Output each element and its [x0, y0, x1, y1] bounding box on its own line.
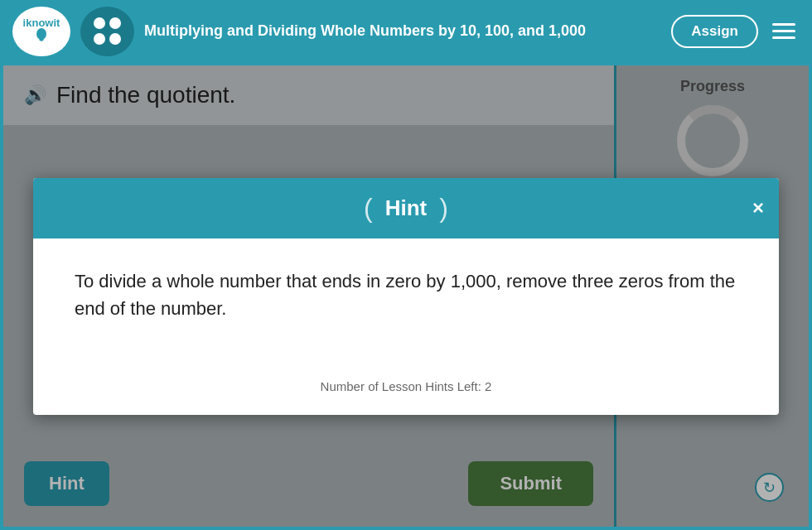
modal-overlay: ( Hint ) × To divide a whole number that… [3, 65, 809, 527]
logo-text: iknowit [23, 17, 60, 28]
dot [109, 17, 121, 29]
hint-text: To divide a whole number that ends in ze… [75, 267, 737, 322]
modal-title-wrapper: ( Hint ) [364, 193, 448, 224]
dot [94, 17, 105, 29]
hamburger-line [772, 23, 795, 26]
header: iknowit Multiplying and Dividing Whole N… [0, 0, 812, 62]
lesson-title: Multiplying and Dividing Whole Numbers b… [144, 22, 661, 41]
hamburger-line [772, 30, 795, 32]
modal-header: ( Hint ) × [33, 178, 779, 238]
main-area: 🔊 Find the quotient. 430 43,000 Hint Sub… [0, 62, 812, 530]
svg-point-0 [36, 28, 46, 40]
modal-body: To divide a whole number that ends in ze… [33, 238, 779, 371]
menu-button[interactable] [768, 19, 800, 43]
bulb-icon [34, 28, 49, 41]
hints-left-text: Number of Lesson Hints Left: 2 [321, 379, 492, 393]
bracket-left-icon: ( [364, 193, 373, 224]
dots-grid [94, 17, 121, 45]
modal-footer: Number of Lesson Hints Left: 2 [33, 371, 779, 415]
assign-button[interactable]: Assign [671, 15, 758, 48]
hamburger-line [772, 36, 795, 39]
dot [94, 33, 105, 45]
modal-close-button[interactable]: × [752, 196, 764, 219]
lesson-icon [80, 7, 134, 56]
logo: iknowit [12, 7, 70, 56]
hint-modal: ( Hint ) × To divide a whole number that… [33, 178, 779, 415]
modal-title: Hint [373, 195, 440, 221]
dot [109, 33, 121, 45]
svg-rect-1 [40, 39, 44, 41]
bracket-right-icon: ) [439, 193, 448, 224]
